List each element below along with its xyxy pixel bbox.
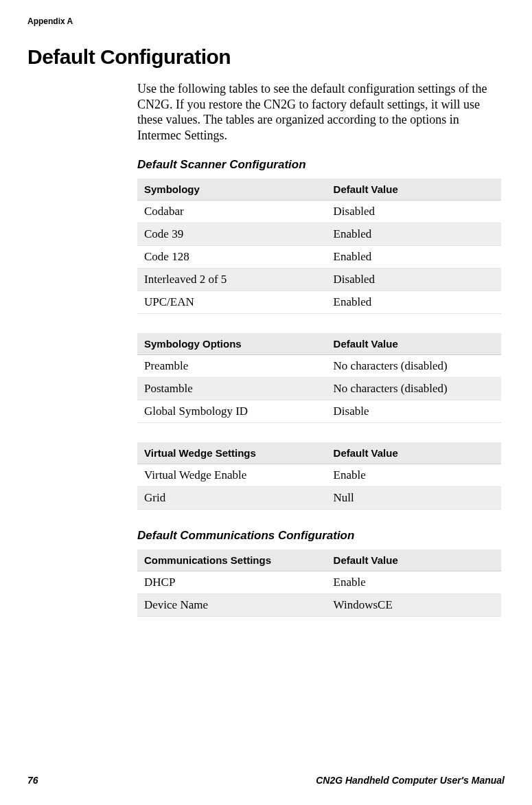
table-row: Interleaved 2 of 5 Disabled (137, 269, 501, 291)
table-header: Default Value (327, 179, 501, 201)
table-header: Virtual Wedge Settings (137, 442, 327, 464)
cell: Grid (137, 487, 327, 510)
cell: Enabled (327, 246, 501, 269)
cell: Disable (327, 400, 501, 423)
cell: Enable (327, 571, 501, 594)
cell: Disabled (327, 201, 501, 223)
cell: WindowsCE (327, 594, 501, 617)
table-header: Default Value (327, 549, 501, 571)
cell: No characters (disabled) (327, 355, 501, 378)
cell: Device Name (137, 594, 327, 617)
cell: Null (327, 487, 501, 510)
communications-table: Communications Settings Default Value DH… (137, 549, 501, 617)
virtual-wedge-table: Virtual Wedge Settings Default Value Vir… (137, 442, 501, 510)
cell: Preamble (137, 355, 327, 378)
cell: Enabled (327, 291, 501, 314)
table-row: Code 39 Enabled (137, 223, 501, 246)
page-number: 76 (27, 775, 38, 786)
table-header: Symbology Options (137, 333, 327, 355)
cell: Global Symbology ID (137, 400, 327, 423)
cell: Enable (327, 464, 501, 487)
table-row: UPC/EAN Enabled (137, 291, 501, 314)
table-row: Device Name WindowsCE (137, 594, 501, 617)
table-row: DHCP Enable (137, 571, 501, 594)
running-head: Appendix A (27, 16, 505, 26)
cell: DHCP (137, 571, 327, 594)
cell: Code 39 (137, 223, 327, 246)
cell: No characters (disabled) (327, 378, 501, 400)
table-row: Grid Null (137, 487, 501, 510)
table-row: Postamble No characters (disabled) (137, 378, 501, 400)
table-row: Virtual Wedge Enable Enable (137, 464, 501, 487)
doc-title: CN2G Handheld Computer User's Manual (316, 775, 505, 786)
intro-paragraph: Use the following tables to see the defa… (137, 81, 501, 143)
page-footer: 76 CN2G Handheld Computer User's Manual (27, 775, 505, 786)
cell: UPC/EAN (137, 291, 327, 314)
table-header: Symbology (137, 179, 327, 201)
table-row: Preamble No characters (disabled) (137, 355, 501, 378)
table-header: Default Value (327, 442, 501, 464)
cell: Codabar (137, 201, 327, 223)
table-row: Codabar Disabled (137, 201, 501, 223)
page-title: Default Configuration (27, 45, 505, 69)
cell: Virtual Wedge Enable (137, 464, 327, 487)
cell: Interleaved 2 of 5 (137, 269, 327, 291)
cell: Disabled (327, 269, 501, 291)
table-header: Communications Settings (137, 549, 327, 571)
symbology-table: Symbology Default Value Codabar Disabled… (137, 179, 501, 314)
section-scanner-heading: Default Scanner Configuration (137, 158, 501, 172)
symbology-options-table: Symbology Options Default Value Preamble… (137, 333, 501, 423)
table-row: Global Symbology ID Disable (137, 400, 501, 423)
cell: Enabled (327, 223, 501, 246)
table-row: Code 128 Enabled (137, 246, 501, 269)
section-comm-heading: Default Communications Configuration (137, 529, 501, 543)
table-header: Default Value (327, 333, 501, 355)
cell: Postamble (137, 378, 327, 400)
cell: Code 128 (137, 246, 327, 269)
